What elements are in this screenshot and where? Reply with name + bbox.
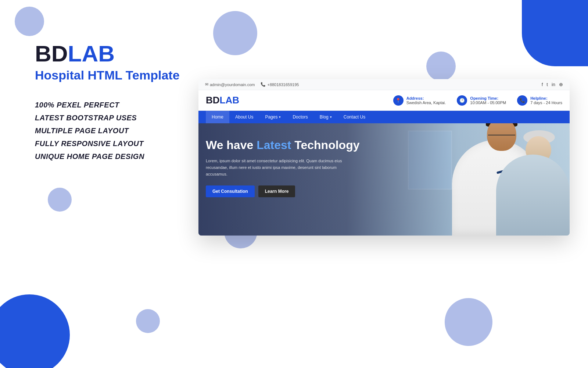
topbar: ✉ admin@yourdomain.com 📞 +8801831659195 … xyxy=(198,79,570,90)
logo-bd: BD xyxy=(206,95,220,106)
hero-buttons: Get Consultation Learn More xyxy=(206,185,359,197)
opening-value: 10:00AM - 05:00PM xyxy=(470,100,506,105)
decorative-circle-top-right-large xyxy=(522,0,588,66)
patient-body xyxy=(496,155,570,236)
hero-section: We have Latest Technology Lorem, ipsum d… xyxy=(198,123,570,236)
feature-item-2: LATEST BOOTSTRAP USES xyxy=(35,114,197,122)
pages-chevron-icon: ▾ xyxy=(279,115,281,119)
phone-text: +8801831659195 xyxy=(267,82,299,87)
doctor-glasses xyxy=(488,135,515,141)
left-content-area: BDLAB Hospital HTML Template 100% PEXEL … xyxy=(35,42,197,165)
navigation-bar: Home About Us Pages ▾ Doctors Blog ▾ Con… xyxy=(198,111,570,123)
address-value: Swedish Area, Kaptai. xyxy=(406,100,446,105)
feature-item-5: UNIQUE HOME PAGE DESIGN xyxy=(35,152,197,161)
helpline-icon: 📞 xyxy=(517,95,527,106)
address-icon: 📍 xyxy=(393,95,404,106)
opening-block: 🕐 Opening Time: 10:00AM - 05:00PM xyxy=(457,95,506,106)
nav-home[interactable]: Home xyxy=(206,111,229,123)
header-info: 📍 Address: Swedish Area, Kaptai. 🕐 Openi… xyxy=(393,95,562,106)
helpline-block: 📞 Helpline: 7 days - 24 Hours xyxy=(517,95,562,106)
hero-title-accent: Latest xyxy=(257,138,291,152)
address-text: Address: Swedish Area, Kaptai. xyxy=(406,96,446,105)
helpline-text: Helpline: 7 days - 24 Hours xyxy=(530,96,562,105)
decorative-circle-top-right-small xyxy=(426,52,456,81)
opening-text: Opening Time: 10:00AM - 05:00PM xyxy=(470,96,506,105)
hero-content: We have Latest Technology Lorem, ipsum d… xyxy=(206,138,359,197)
learn-more-button[interactable]: Learn More xyxy=(258,185,295,197)
helpline-label: Helpline: xyxy=(530,96,562,100)
clock-icon: 🕐 xyxy=(457,95,467,106)
blog-chevron-icon: ▾ xyxy=(330,115,332,119)
feature-item-1: 100% PEXEL PERFECT xyxy=(35,101,197,109)
nav-about[interactable]: About Us xyxy=(229,111,259,123)
site-logo: BDLAB xyxy=(206,95,239,106)
web-icon[interactable]: ⊕ xyxy=(559,82,563,87)
twitter-icon[interactable]: t xyxy=(546,82,548,87)
topbar-email: ✉ admin@yourdomain.com xyxy=(205,82,255,87)
address-block: 📍 Address: Swedish Area, Kaptai. xyxy=(393,95,446,106)
nav-doctors[interactable]: Doctors xyxy=(287,111,313,123)
decorative-circle-top-left xyxy=(15,7,44,36)
brand-bd: BD xyxy=(35,41,68,66)
email-text: admin@yourdomain.com xyxy=(210,82,255,87)
nav-pages[interactable]: Pages ▾ xyxy=(259,111,287,123)
topbar-phone: 📞 +8801831659195 xyxy=(261,82,299,87)
decorative-circle-bottom-left xyxy=(0,294,70,368)
logo-lab: LAB xyxy=(220,95,239,106)
facebook-icon[interactable]: f xyxy=(542,82,543,87)
topbar-socials: f t in ⊕ xyxy=(542,82,563,87)
helpline-value: 7 days - 24 Hours xyxy=(530,100,562,105)
email-icon: ✉ xyxy=(205,82,208,87)
nav-blog[interactable]: Blog ▾ xyxy=(314,111,338,123)
nav-contact[interactable]: Contact Us xyxy=(338,111,371,123)
hero-description: Lorem, ipsum dolor sit amet consectetur … xyxy=(206,158,345,177)
phone-icon: 📞 xyxy=(261,82,266,87)
brand-subtitle: Hospital HTML Template xyxy=(35,68,197,82)
hero-title-post: Technology xyxy=(291,138,359,152)
address-label: Address: xyxy=(406,96,446,100)
site-header: BDLAB 📍 Address: Swedish Area, Kaptai. 🕐… xyxy=(198,90,570,111)
decorative-circle-bottom-right xyxy=(445,298,492,346)
opening-label: Opening Time: xyxy=(470,96,506,100)
topbar-left: ✉ admin@yourdomain.com 📞 +8801831659195 xyxy=(205,82,299,87)
feature-item-4: FULLY RESPONSIVE LAYOUT xyxy=(35,139,197,148)
features-list: 100% PEXEL PERFECT LATEST BOOTSTRAP USES… xyxy=(35,101,197,161)
linkedin-icon[interactable]: in xyxy=(552,82,555,87)
hero-title: We have Latest Technology xyxy=(206,138,359,152)
decorative-circle-mid-left xyxy=(48,188,72,212)
browser-mockup: ✉ admin@yourdomain.com 📞 +8801831659195 … xyxy=(198,79,570,236)
decorative-circle-top-center xyxy=(213,11,257,55)
hero-title-pre: We have xyxy=(206,138,257,152)
brand-title: BDLAB xyxy=(35,42,197,65)
decorative-circle-bottom-center xyxy=(136,309,160,333)
brand-lab: LAB xyxy=(68,41,115,66)
get-consultation-button[interactable]: Get Consultation xyxy=(206,185,255,197)
feature-item-3: MULTIPLE PAGE LAYOUT xyxy=(35,127,197,135)
